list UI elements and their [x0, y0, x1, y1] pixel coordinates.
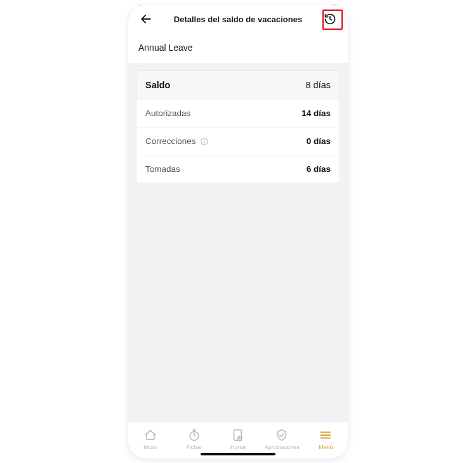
balance-row: Tomadas 6 días — [136, 155, 340, 183]
balance-row: Autorizadas 14 días — [136, 99, 340, 127]
tab-aprobaciones[interactable]: Aprobaciones — [260, 428, 304, 450]
tab-fichar[interactable]: Fichar — [172, 428, 216, 450]
home-indicator — [201, 453, 275, 455]
info-icon[interactable] — [200, 137, 209, 146]
balance-row-label: Tomadas — [145, 164, 180, 174]
home-icon — [143, 428, 157, 442]
stopwatch-icon — [187, 428, 201, 442]
tab-menu[interactable]: Menú — [304, 428, 348, 450]
header-bar: Detalles del saldo de vacaciones — [128, 4, 348, 34]
balance-summary-row: Saldo 8 días — [136, 71, 340, 99]
svg-point-3 — [204, 140, 204, 140]
history-button[interactable] — [321, 10, 339, 28]
balance-row-label: Correcciones — [145, 136, 196, 146]
balance-card: Saldo 8 días Autorizadas 14 días Correcc… — [136, 70, 340, 183]
shield-icon — [275, 428, 289, 442]
tab-inicio[interactable]: Inicio — [128, 428, 172, 450]
leave-type-label: Annual Leave — [128, 34, 348, 63]
back-button[interactable] — [137, 10, 155, 28]
hours-icon — [231, 428, 245, 442]
tab-horas[interactable]: Horas — [216, 428, 260, 450]
balance-summary-label: Saldo — [145, 80, 170, 90]
balance-summary-value: 8 días — [306, 80, 331, 90]
tab-label: Fichar — [186, 444, 202, 450]
content-area: Saldo 8 días Autorizadas 14 días Correcc… — [128, 63, 348, 422]
history-icon — [324, 13, 336, 25]
balance-row: Correcciones 0 días — [136, 127, 340, 155]
page-title: Detalles del saldo de vacaciones — [128, 15, 348, 24]
balance-row-value: 14 días — [301, 108, 331, 118]
tab-label: Horas — [230, 444, 246, 450]
tab-label: Inicio — [143, 444, 157, 450]
menu-icon — [319, 428, 333, 442]
arrow-left-icon — [140, 13, 152, 25]
balance-row-value: 6 días — [307, 164, 331, 174]
phone-frame: Detalles del saldo de vacaciones Annual … — [128, 4, 348, 459]
balance-row-label: Autorizadas — [145, 108, 190, 118]
tab-label: Menú — [319, 444, 333, 450]
tab-label: Aprobaciones — [265, 444, 300, 450]
balance-row-value: 0 días — [307, 136, 331, 146]
